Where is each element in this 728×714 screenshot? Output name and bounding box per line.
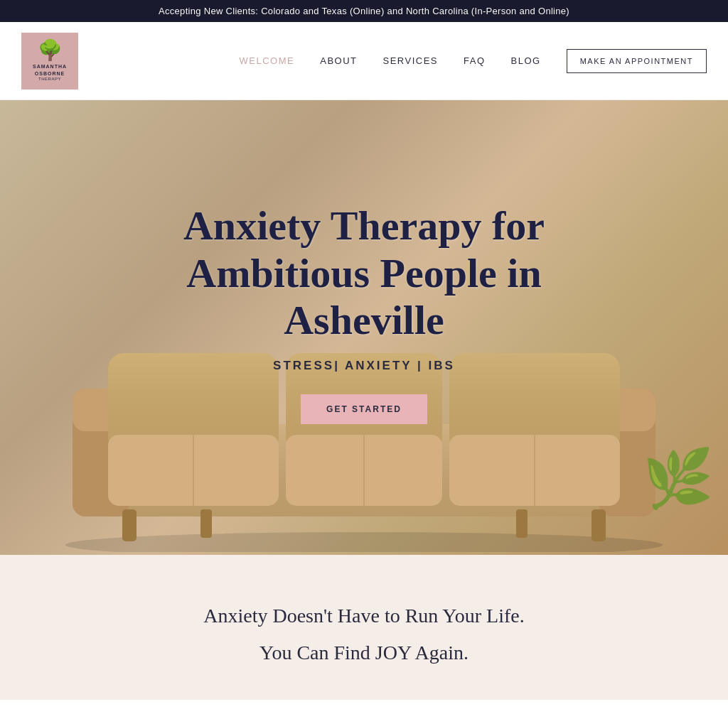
- svg-point-0: [65, 532, 663, 552]
- bottom-section: Anxiety Doesn't Have to Run Your Life. Y…: [0, 555, 728, 700]
- svg-rect-20: [592, 509, 606, 541]
- logo-box: 🌳 SAMANTHA OSBORNE Therapy: [21, 33, 78, 90]
- logo-subtitle: Therapy: [26, 77, 74, 81]
- svg-rect-21: [200, 509, 212, 538]
- hero-content: Anxiety Therapy for Ambitious People in …: [108, 188, 620, 438]
- nav-item-services[interactable]: SERVICES: [383, 55, 439, 66]
- nav-item-faq[interactable]: FAQ: [464, 55, 486, 66]
- header: 🌳 SAMANTHA OSBORNE Therapy WELCOME ABOUT…: [0, 22, 728, 100]
- plant-decoration: 🌿: [643, 445, 714, 512]
- get-started-button[interactable]: GET STARTED: [301, 394, 427, 424]
- nav-item-about[interactable]: ABOUT: [320, 55, 357, 66]
- nav-item-welcome[interactable]: WELCOME: [240, 55, 295, 66]
- appointment-button[interactable]: MAKE AN APPOINTMENT: [567, 49, 707, 73]
- hero-subtitle: STRESS| ANXIETY | IBS: [122, 359, 606, 373]
- announcement-text: Accepting New Clients: Colorado and Texa…: [159, 6, 569, 16]
- announcement-bar: Accepting New Clients: Colorado and Texa…: [0, 0, 728, 22]
- svg-rect-19: [122, 509, 136, 541]
- logo-name: SAMANTHA OSBORNE: [26, 63, 74, 76]
- hero-title: Anxiety Therapy for Ambitious People in …: [122, 202, 606, 345]
- bottom-tagline-1: Anxiety Doesn't Have to Run Your Life.: [21, 605, 707, 627]
- nav-item-blog[interactable]: BLOG: [511, 55, 541, 66]
- main-nav: WELCOME ABOUT SERVICES FAQ BLOG MAKE AN …: [240, 49, 707, 73]
- logo-text-box: SAMANTHA OSBORNE Therapy: [26, 63, 74, 80]
- bottom-tagline-2: You Can Find JOY Again.: [21, 642, 707, 664]
- logo-area: 🌳 SAMANTHA OSBORNE Therapy: [21, 33, 78, 90]
- hero-section: 🌿 Anxiety Therapy for Ambitious People i…: [0, 100, 728, 555]
- logo-tree-icon: 🌳: [38, 40, 63, 60]
- svg-rect-22: [516, 509, 528, 538]
